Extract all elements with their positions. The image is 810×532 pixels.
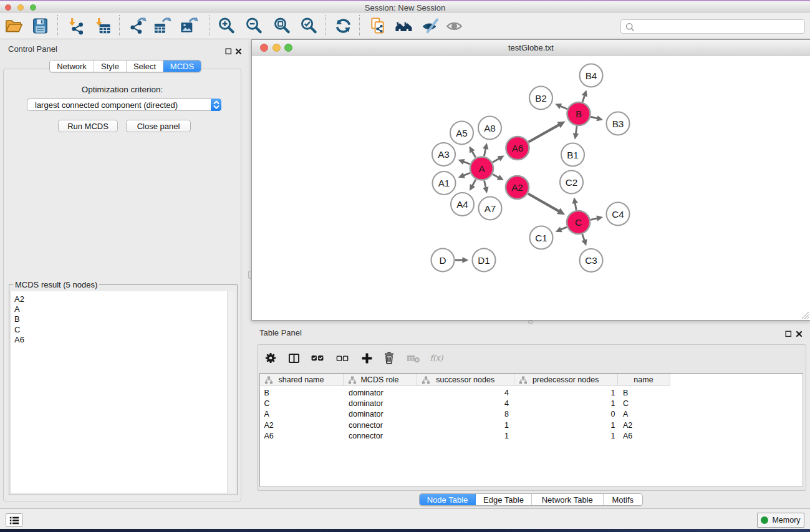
graph-node-A7[interactable]: A7 [479, 197, 502, 220]
graph-node-A1[interactable]: A1 [433, 172, 456, 195]
edge-A-A5[interactable] [469, 146, 475, 157]
deselect-all-rows-button[interactable] [335, 351, 350, 365]
graph-node-C1[interactable]: C1 [530, 226, 553, 249]
network-overview-button[interactable] [393, 16, 413, 36]
edge-A2-C[interactable] [528, 193, 565, 215]
table-options-button[interactable] [263, 351, 278, 365]
column-header-successor-nodes[interactable]: successor nodes [417, 374, 515, 386]
tab-mcds[interactable]: MCDS [163, 60, 201, 72]
control-panel-float-button[interactable] [225, 46, 232, 53]
delete-columns-button[interactable] [382, 351, 397, 365]
save-session-button[interactable] [31, 16, 51, 36]
tab-style[interactable]: Style [94, 60, 127, 72]
import-table-from-file-button[interactable] [92, 16, 112, 36]
table-row[interactable]: Bdominator41B [260, 388, 803, 399]
export-image-button[interactable] [179, 16, 199, 36]
edge-A-A4[interactable] [470, 180, 476, 191]
edge-B-B1[interactable] [573, 126, 579, 139]
import-network-from-file-button[interactable] [65, 16, 85, 36]
table-row[interactable]: Cdominator41C [260, 399, 803, 409]
tab-network[interactable]: Network [50, 60, 94, 72]
graph-node-C4[interactable]: C4 [607, 203, 630, 226]
open-session-button[interactable] [4, 16, 24, 36]
window-resize-grip[interactable] [801, 311, 809, 319]
table-row[interactable]: A6connector11A6 [260, 431, 803, 442]
show-hidden-button[interactable] [444, 16, 464, 36]
result-list-scrollbar[interactable] [227, 291, 235, 493]
mcds-result-item[interactable]: B [14, 314, 235, 324]
edge-C-C4[interactable] [591, 216, 603, 221]
graph-node-B2[interactable]: B2 [529, 87, 552, 110]
table-row[interactable]: Adominator80A [260, 409, 803, 420]
graph-node-A5[interactable]: A5 [450, 122, 473, 145]
graph-node-B[interactable]: B [567, 102, 591, 125]
edge-C-C2[interactable] [572, 197, 578, 210]
edge-A-A1[interactable] [458, 173, 470, 178]
graph-node-B4[interactable]: B4 [580, 64, 603, 87]
horizontal-split-handle[interactable] [528, 321, 533, 324]
tab-node-table[interactable]: Node Table [420, 494, 476, 505]
run-mcds-button[interactable]: Run MCDS [58, 120, 118, 132]
graph-node-C[interactable]: C [567, 211, 590, 234]
zoom-fit-content-button[interactable] [272, 16, 292, 36]
graph-node-A3[interactable]: A3 [432, 143, 455, 166]
graph-node-C3[interactable]: C3 [580, 249, 603, 272]
search-input[interactable] [637, 22, 804, 31]
edge-A-A3[interactable] [458, 159, 470, 165]
graph-node-A8[interactable]: A8 [478, 117, 501, 140]
edge-A6-B[interactable] [528, 121, 565, 142]
zoom-selected-region-button[interactable] [299, 16, 319, 36]
graph-node-A2[interactable]: A2 [506, 176, 529, 199]
zoom-in-button[interactable] [216, 16, 236, 36]
mcds-result-item[interactable]: A2 [14, 294, 235, 304]
optimization-criterion-dropdown[interactable]: largest connected component (directed) [27, 99, 221, 111]
task-history-button[interactable] [6, 513, 23, 527]
edge-C-C3[interactable] [582, 234, 587, 246]
graph-node-C2[interactable]: C2 [560, 171, 583, 194]
edge-B-B4[interactable] [582, 90, 587, 102]
search-field[interactable] [620, 19, 805, 34]
edge-C-C1[interactable] [556, 226, 567, 232]
column-header-shared-name[interactable]: shared name [260, 374, 344, 386]
edge-B-B3[interactable] [591, 115, 603, 121]
clone-network-button[interactable] [367, 16, 387, 36]
zoom-out-button[interactable] [244, 16, 264, 36]
network-canvas[interactable]: AA1A2A3A4A5A6A7A8BB1B2B3B4CC1C2C3C4DD1 [252, 56, 810, 320]
table-panel-float-button[interactable] [785, 329, 792, 336]
column-header-MCDS-role[interactable]: MCDS role [344, 374, 417, 386]
export-table-button[interactable] [152, 16, 172, 36]
edge-D-D1[interactable] [455, 257, 469, 263]
add-column-button[interactable] [359, 351, 374, 365]
graph-node-B1[interactable]: B1 [561, 143, 584, 167]
tab-motifs[interactable]: Motifs [604, 494, 643, 505]
hide-selected-button[interactable] [420, 16, 440, 36]
tab-network-table[interactable]: Network Table [532, 494, 604, 505]
close-panel-button[interactable]: Close panel [126, 120, 191, 132]
window-titlebar[interactable]: Session: New Session [0, 1, 810, 12]
tab-edge-table[interactable]: Edge Table [476, 494, 532, 505]
memory-button[interactable]: Memory [757, 513, 804, 528]
network-window-titlebar[interactable]: testGlobe.txt [252, 40, 810, 56]
refresh-view-button[interactable] [333, 16, 353, 36]
mcds-result-item[interactable]: C [14, 325, 235, 335]
control-panel-close-button[interactable] [235, 46, 242, 53]
graph-node-D1[interactable]: D1 [473, 249, 496, 272]
mcds-result-item[interactable]: A [14, 304, 235, 314]
table-row[interactable]: A2connector11A2 [260, 420, 803, 431]
mcds-result-item[interactable]: A6 [14, 335, 235, 345]
graph-node-A[interactable]: A [470, 157, 493, 180]
tab-select[interactable]: Select [127, 60, 163, 72]
network-window[interactable]: testGlobe.txt AA1A2A3A4A5A6A7A8BB1B2B3B4… [251, 39, 810, 321]
edge-A-A7[interactable] [483, 181, 488, 193]
select-all-rows-button[interactable] [310, 351, 325, 365]
split-table-view-button[interactable] [286, 351, 301, 365]
table-panel-close-button[interactable] [796, 329, 803, 336]
graph-node-A4[interactable]: A4 [451, 193, 474, 216]
graph-node-B3[interactable]: B3 [607, 112, 630, 135]
edge-A-A2[interactable] [493, 174, 504, 180]
graph-node-D[interactable]: D [432, 249, 455, 272]
graph-node-A6[interactable]: A6 [506, 137, 529, 160]
edge-A-A6[interactable] [493, 156, 504, 163]
edge-A-A8[interactable] [483, 143, 488, 156]
edge-B-B2[interactable] [555, 104, 567, 109]
